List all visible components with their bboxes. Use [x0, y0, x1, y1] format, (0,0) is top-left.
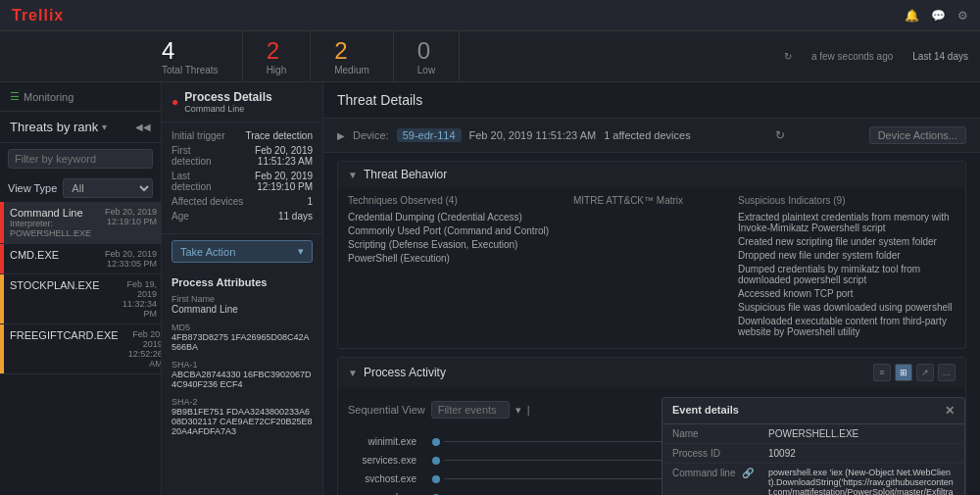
process-details-subtitle: Command Line: [184, 104, 271, 114]
process-activity-section: ▼ Process Activity ≡ ⊞ ↗ … Sequential Vi…: [337, 357, 966, 495]
tree-label: winimit.exe: [348, 436, 416, 447]
tree-dot: [432, 475, 440, 483]
time-info: ↻ a few seconds ago Last 14 days: [784, 51, 980, 62]
suspicious-item: Suspicious file was downloaded using pow…: [738, 302, 956, 313]
sha2-label: SHA-2: [172, 397, 313, 407]
stat-medium: 2 Medium: [311, 31, 394, 81]
threat-list-item[interactable]: Command Line Interpreter: POWERSHELL.EXE…: [0, 202, 161, 244]
threat-list-item[interactable]: FREEGIFTCARD.EXE Feb 20, 201912:52:26 AM: [0, 324, 161, 374]
take-action-button[interactable]: Take Action ▾: [172, 240, 313, 263]
first-name-label: First Name: [172, 294, 313, 304]
first-name-attr: First Name Command Line: [172, 294, 313, 315]
filter-icon2[interactable]: |: [527, 404, 530, 416]
event-pid-label: Process ID: [672, 448, 760, 459]
threat-sub: Interpreter: POWERSHELL.EXE: [10, 219, 95, 238]
process-activity-header[interactable]: ▼ Process Activity ≡ ⊞ ↗ …: [338, 358, 965, 387]
age-value: 11 days: [278, 211, 313, 222]
chevron-down-icon[interactable]: ▾: [102, 122, 107, 132]
monitoring-icon: ☰: [10, 90, 20, 103]
cmd-link-icon[interactable]: 🔗: [742, 468, 754, 478]
collapse-icon[interactable]: ◀◀: [135, 122, 151, 132]
filter-events-input[interactable]: [431, 401, 510, 419]
threat-name: FREEGIFTCARD.EXE: [10, 329, 119, 341]
filter-input[interactable]: [8, 149, 153, 169]
process-details-title: Process Details: [184, 90, 271, 104]
notification-icon[interactable]: 🔔: [905, 9, 919, 23]
view-type-select[interactable]: All High Medium Low: [63, 178, 153, 198]
sidebar: ☰ Monitoring Threats by rank ▾ ◀◀ View T…: [0, 82, 162, 495]
threat-date: Feb 20, 201912:52:26 AM: [124, 324, 161, 373]
more-view-icon[interactable]: …: [938, 364, 956, 381]
chat-icon[interactable]: 💬: [931, 9, 946, 23]
sha1-attr: SHA-1 ABCBA28744330 16FBC3902067D4C940F2…: [172, 360, 313, 389]
process-panel: ● Process Details Command Line Initial t…: [162, 82, 323, 495]
techniques-col: Techniques Observed (4) Credential Dumpi…: [348, 195, 565, 340]
topbar: Trellix 🔔 💬 ⚙: [0, 0, 980, 31]
total-threats-label: Total Threats: [162, 65, 219, 75]
suspicious-item: Downloaded executable content from third…: [738, 316, 956, 337]
threat-name: STOCKPLAN.EXE: [10, 279, 100, 291]
techniques-title: Techniques Observed (4): [348, 195, 565, 206]
event-cmd-row: Command line 🔗 powershell.exe 'iex (New-…: [662, 464, 964, 495]
process-icon: ●: [172, 95, 178, 109]
action-chevron-icon: ▾: [298, 245, 304, 258]
monitoring-label: Monitoring: [24, 91, 74, 103]
device-id[interactable]: 59-edr-114: [397, 128, 462, 142]
process-activity-title: Process Activity: [364, 366, 446, 379]
initial-trigger-label: Initial trigger: [172, 130, 224, 141]
tree-dot: [432, 457, 440, 465]
affected-devices-value: 1: [307, 196, 313, 207]
technique-item: Credential Dumping (Credential Access): [348, 212, 565, 223]
time-range[interactable]: Last 14 days: [912, 51, 968, 62]
threat-list-item[interactable]: STOCKPLAN.EXE Feb 19, 201911:32:34 PM: [0, 274, 161, 324]
refresh-device-icon[interactable]: ↻: [775, 128, 785, 142]
refresh-icon[interactable]: ↻: [784, 51, 792, 62]
tree-label: services.exe: [348, 455, 416, 466]
event-detail-panel: Event details ✕ Name POWERSHELL.EXE Proc…: [662, 397, 965, 495]
sidebar-title: ☰ Monitoring: [0, 82, 161, 112]
list-view-icon[interactable]: ≡: [873, 364, 891, 381]
threat-date: Feb 19, 201911:32:34 PM: [106, 274, 162, 323]
suspicious-item: Dumped credentials by mimikatz tool from…: [738, 264, 956, 285]
threat-behavior-header[interactable]: ▼ Threat Behavior: [338, 162, 965, 187]
device-affected: 1 affected devices: [604, 129, 690, 141]
sha1-label: SHA-1: [172, 360, 313, 370]
event-name-row: Name POWERSHELL.EXE: [662, 424, 964, 444]
threat-behavior-title: Threat Behavior: [364, 168, 447, 181]
suspicious-item: Dropped new file under system folder: [738, 250, 956, 261]
md5-attr: MD5 4FB873D8275 1FA26965D08C42A566BA: [172, 322, 313, 352]
md5-value: 4FB873D8275 1FA26965D08C42A566BA: [172, 332, 313, 352]
filter-icon[interactable]: ▾: [515, 404, 521, 417]
threat-content: STOCKPLAN.EXE: [4, 274, 106, 323]
threat-content: FREEGIFTCARD.EXE: [4, 324, 124, 373]
threat-list-item[interactable]: CMD.EXE Feb 20, 201912:33:05 PM: [0, 244, 161, 274]
behavior-collapse-icon: ▼: [348, 170, 358, 180]
stat-high: 2 High: [243, 31, 312, 81]
close-event-detail-button[interactable]: ✕: [945, 404, 955, 418]
suspicious-col: Suspicious Indicators (9) Extracted plai…: [738, 195, 956, 340]
view-type-label: View Type: [8, 182, 57, 194]
event-name-label: Name: [672, 428, 760, 439]
suspicious-title: Suspicious Indicators (9): [738, 195, 956, 206]
threat-content: Command Line Interpreter: POWERSHELL.EXE: [4, 202, 101, 243]
threat-behavior-body: Techniques Observed (4) Credential Dumpi…: [338, 187, 965, 348]
chart-view-icon[interactable]: ↗: [916, 364, 934, 381]
low-threats-label: Low: [417, 65, 435, 75]
threat-date: Feb 20, 201912:19:10 PM: [101, 202, 161, 243]
threat-name: Command Line: [10, 207, 95, 219]
device-collapse-icon[interactable]: ▶: [337, 130, 345, 141]
seq-view-label: Sequential View: [348, 404, 425, 416]
technique-item: PowerShell (Execution): [348, 253, 565, 264]
threat-details-panel: Threat Details ▶ Device: 59-edr-114 Feb …: [323, 82, 980, 495]
threat-date: Feb 20, 201912:33:05 PM: [101, 244, 161, 273]
tree-label: svchost.exe: [348, 473, 416, 484]
event-cmd-value: powershell.exe 'iex (New-Object Net.WebC…: [768, 468, 955, 495]
first-detection-value: Feb 20, 2019 11:51:23 AM: [220, 145, 313, 167]
stat-total: 4 Total Threats: [162, 31, 243, 81]
process-info: Initial trigger Trace detection First de…: [162, 123, 322, 234]
suspicious-item: Accessed known TCP port: [738, 288, 956, 299]
grid-view-icon[interactable]: ⊞: [895, 364, 912, 381]
settings-icon[interactable]: ⚙: [957, 9, 968, 23]
device-actions-button[interactable]: Device Actions...: [869, 126, 966, 144]
high-threats-number: 2: [267, 37, 279, 65]
